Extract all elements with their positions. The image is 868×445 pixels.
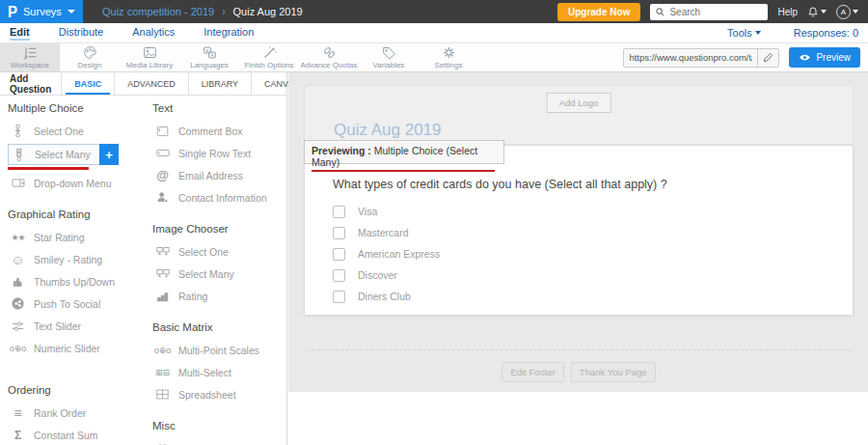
tab-library[interactable]: LIBRARY: [188, 72, 251, 95]
toolbar-design[interactable]: Design: [60, 43, 120, 71]
qtype-spreadsheet[interactable]: Spreadsheet: [152, 383, 284, 405]
palette-icon: [82, 45, 98, 60]
toolbar-languages[interactable]: aA Languages: [179, 43, 239, 71]
qtype-image-rating[interactable]: Rating: [152, 285, 284, 307]
qtype-rank-order[interactable]: ≡ Rank Order: [8, 402, 145, 424]
toolbar-settings[interactable]: Settings: [419, 43, 478, 71]
add-logo-button[interactable]: Add Logo: [547, 93, 611, 113]
chevron-down-icon: [821, 10, 827, 14]
qtype-date-time[interactable]: Date / Time: [152, 437, 284, 445]
question-types-column-1: Multiple Choice Select One Select Many +: [8, 100, 145, 445]
responses-count[interactable]: Responses: 0: [794, 27, 858, 39]
multi-point-icon: o⊕o: [154, 346, 171, 355]
toolbar-media-library[interactable]: Media Library: [120, 43, 179, 71]
qtype-multi-point-scales[interactable]: o⊕o Multi-Point Scales: [152, 339, 284, 361]
numeric-slider-icon: o⊕o: [10, 344, 26, 353]
qtype-thumbs-up-down[interactable]: Thumbs Up/Down: [8, 270, 145, 292]
surveys-label: Surveys: [23, 6, 62, 17]
toolbar-workspace[interactable]: Workspace: [0, 43, 60, 71]
qtype-dropdown-menu[interactable]: Drop-down Menu: [8, 172, 145, 194]
surveys-menu[interactable]: P Surveys: [0, 0, 83, 23]
option-row[interactable]: Discover: [333, 264, 440, 286]
tools-menu[interactable]: Tools: [727, 27, 761, 39]
checkbox-icon[interactable]: [333, 227, 345, 239]
toolbar-finish-options[interactable]: Finish Options: [239, 43, 299, 71]
star-rating-icon: ★★: [10, 233, 26, 242]
nav-edit[interactable]: Edit: [10, 26, 30, 41]
checkbox-icon[interactable]: [333, 269, 345, 282]
question-text[interactable]: What types of credit cards do you have (…: [333, 178, 667, 191]
slider-icon: [10, 320, 26, 332]
nav-integration[interactable]: Integration: [203, 26, 254, 41]
qtype-single-row-text[interactable]: Single Row Text: [152, 142, 284, 164]
dropdown-icon: [10, 178, 26, 188]
qtype-image-select-one[interactable]: Select One: [152, 240, 284, 263]
option-row[interactable]: Diners Club: [333, 286, 440, 307]
option-row[interactable]: American Express: [333, 243, 440, 264]
preview-background: Add Logo Quiz Aug 2019 Previewing : Mult…: [288, 72, 868, 392]
edit-url-button[interactable]: [757, 49, 778, 67]
qtype-push-to-social[interactable]: Push To Social: [8, 292, 145, 315]
account-menu[interactable]: A: [836, 5, 858, 19]
qtype-select-many[interactable]: Select Many +: [8, 144, 119, 165]
toolbar-advance-quotas[interactable]: Advance Quotas: [299, 43, 359, 71]
option-row[interactable]: Mastercard: [333, 222, 440, 243]
survey-frame: Add Logo Quiz Aug 2019 Previewing : Mult…: [304, 85, 854, 392]
qtype-multi-select[interactable]: ⊞⊟ Multi-Select: [152, 361, 284, 383]
qtype-contact-information[interactable]: Contact Information: [152, 186, 284, 209]
preview-button[interactable]: Preview: [789, 47, 860, 68]
survey-url-input[interactable]: [624, 52, 757, 63]
svg-text:a: a: [205, 48, 208, 53]
nav-analytics[interactable]: Analytics: [132, 26, 175, 41]
qtype-email-address[interactable]: @ Email Address: [152, 164, 284, 186]
qtype-star-rating[interactable]: ★★ Star Rating: [8, 226, 145, 248]
option-row[interactable]: Visa: [333, 201, 440, 222]
notifications-menu[interactable]: [807, 6, 827, 18]
chevron-down-icon: [853, 10, 858, 14]
qtype-smiley-rating[interactable]: ☺ Smiley - Rating: [8, 248, 145, 270]
tag-icon: [381, 45, 397, 60]
section-heading: Text: [152, 102, 284, 114]
checkbox-icon[interactable]: [333, 248, 345, 261]
add-question-button[interactable]: +: [99, 144, 119, 165]
search-box[interactable]: [650, 4, 768, 20]
section-heading: Misc: [152, 420, 284, 431]
radio-list-icon: [10, 124, 26, 138]
at-sign-icon: @: [154, 168, 171, 182]
qtype-text-slider[interactable]: Text Slider: [8, 315, 145, 337]
breadcrumb-parent[interactable]: Quiz competition - 2019: [102, 6, 214, 17]
toolbar-variables[interactable]: Variables: [359, 43, 419, 71]
help-link[interactable]: Help: [777, 7, 798, 17]
tab-basic[interactable]: BASIC: [61, 72, 114, 95]
section-heading: Multiple Choice: [8, 102, 145, 114]
qtype-constant-sum[interactable]: Σ Constant Sum: [8, 424, 145, 445]
qtype-select-one[interactable]: Select One: [8, 120, 145, 142]
thumbs-up-icon: [10, 275, 26, 288]
survey-title[interactable]: Quiz Aug 2019: [334, 121, 442, 140]
nav-distribute[interactable]: Distribute: [59, 26, 103, 41]
single-row-icon: [154, 149, 171, 157]
breadcrumb: Quiz competition - 2019 › Quiz Aug 2019: [83, 6, 303, 17]
checkbox-icon[interactable]: [333, 291, 345, 303]
previewing-prefix: Previewing :: [312, 145, 371, 156]
multi-select-icon: ⊞⊟: [154, 368, 171, 377]
edit-footer-button[interactable]: Edit Footer: [502, 362, 563, 382]
magic-wand-icon: [261, 45, 278, 60]
previewing-tab: Previewing : Multiple Choice (Select Man…: [304, 140, 504, 164]
breadcrumb-separator-icon: ›: [222, 7, 225, 17]
eye-icon: [799, 53, 811, 62]
image-select-one-icon: [154, 246, 171, 257]
top-bar: P Surveys Quiz competition - 2019 › Quiz…: [0, 0, 868, 23]
image-select-many-icon: [154, 268, 171, 279]
thank-you-page-button[interactable]: Thank You Page: [571, 362, 656, 382]
rank-order-icon: ≡: [10, 405, 26, 421]
tab-advanced[interactable]: ADVANCED: [114, 72, 187, 95]
upgrade-now-button[interactable]: Upgrade Now: [557, 3, 640, 21]
qtype-image-select-many[interactable]: Select Many: [152, 263, 284, 285]
search-input[interactable]: [669, 7, 756, 17]
pencil-icon: [763, 52, 773, 63]
qtype-comment-box[interactable]: Comment Box: [152, 120, 284, 142]
checkbox-icon[interactable]: [333, 206, 345, 218]
bell-icon: [807, 6, 819, 18]
qtype-numeric-slider[interactable]: o⊕o Numeric Slider: [8, 337, 145, 359]
